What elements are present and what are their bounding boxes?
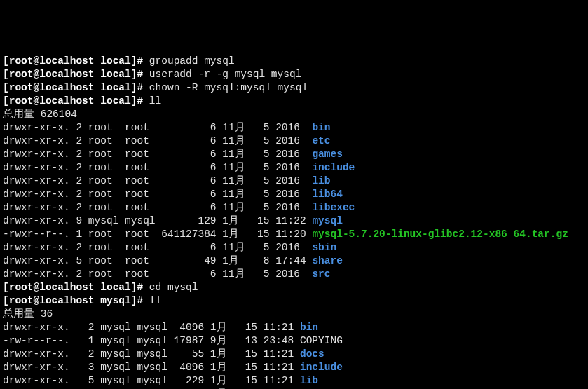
file-name: share bbox=[312, 255, 343, 266]
list-item: drwxr-xr-x. 2 root root 6 11月 5 2016 bin bbox=[3, 122, 330, 133]
file-name: bin bbox=[300, 322, 318, 333]
list-item: drwxr-xr-x. 2 root root 6 11月 5 2016 lib… bbox=[3, 189, 343, 200]
total-line: 总用量 626104 bbox=[3, 109, 77, 120]
list-item: drwxr-xr-x. 2 root root 6 11月 5 2016 inc… bbox=[3, 162, 355, 173]
list-item: drwxr-xr-x. 2 root root 6 11月 5 2016 lib… bbox=[3, 202, 355, 213]
list-item: drwxr-xr-x. 9 mysql mysql 129 1月 15 11:2… bbox=[3, 215, 343, 226]
prompt: [root@localhost local]# bbox=[3, 82, 149, 93]
command-text: groupadd mysql bbox=[149, 55, 235, 67]
file-name: docs bbox=[300, 348, 324, 360]
command-text: useradd -r -g mysql mysql bbox=[149, 69, 302, 80]
file-name: src bbox=[312, 268, 330, 280]
list-item: drwxr-xr-x. 2 mysql mysql 55 1月 15 11:21… bbox=[3, 348, 324, 360]
file-name: mysql-5.7.20-linux-glibc2.12-x86_64.tar.… bbox=[312, 228, 568, 240]
list-item: drwxr-xr-x. 2 root root 6 11月 5 2016 sbi… bbox=[3, 242, 336, 253]
prompt: [root@localhost local]# bbox=[3, 95, 149, 107]
prompt-line: [root@localhost local]# groupadd mysql bbox=[3, 55, 235, 67]
file-name: etc bbox=[312, 135, 330, 146]
prompt-line: [root@localhost mysql]# ll bbox=[3, 295, 161, 306]
list-item: drwxr-xr-x. 5 root root 49 1月 8 17:44 sh… bbox=[3, 255, 343, 266]
prompt-line: [root@localhost local]# cd mysql bbox=[3, 282, 198, 293]
prompt: [root@localhost local]# bbox=[3, 69, 149, 80]
file-name: COPYING bbox=[300, 335, 343, 346]
command-text: chown -R mysql:mysql mysql bbox=[149, 82, 308, 93]
list-item: drwxr-xr-x. 2 root root 6 11月 5 2016 etc bbox=[3, 135, 330, 146]
file-name: lib bbox=[312, 175, 330, 186]
list-item: -rwxr--r--. 1 root root 641127384 1月 15 … bbox=[3, 228, 568, 240]
file-name: libexec bbox=[312, 202, 355, 213]
total-line: 总用量 36 bbox=[3, 308, 53, 320]
file-listing: drwxr-xr-x. 2 root root 6 11月 5 2016 bin… bbox=[3, 121, 585, 281]
prompt-line: [root@localhost local]# ll bbox=[3, 95, 161, 107]
list-item: drwxr-xr-x. 3 mysql mysql 4096 1月 15 11:… bbox=[3, 362, 343, 373]
prompt-line: [root@localhost local]# chown -R mysql:m… bbox=[3, 82, 308, 93]
file-name: sbin bbox=[312, 242, 336, 253]
prompt: [root@localhost local]# bbox=[3, 282, 149, 293]
prompt: [root@localhost mysql]# bbox=[3, 295, 149, 306]
command-text: cd mysql bbox=[149, 282, 198, 293]
file-name: games bbox=[312, 149, 343, 160]
terminal-output[interactable]: [root@localhost local]# groupadd mysql [… bbox=[3, 55, 585, 389]
file-name: include bbox=[300, 362, 343, 373]
command-text: ll bbox=[149, 295, 161, 306]
list-item: drwxr-xr-x. 2 mysql mysql 4096 1月 15 11:… bbox=[3, 322, 318, 333]
list-item: drwxr-xr-x. 2 root root 6 11月 5 2016 src bbox=[3, 268, 330, 280]
list-item: drwxr-xr-x. 2 root root 6 11月 5 2016 lib bbox=[3, 175, 330, 186]
prompt: [root@localhost local]# bbox=[3, 55, 149, 67]
file-name: bin bbox=[312, 122, 330, 133]
file-listing: drwxr-xr-x. 2 mysql mysql 4096 1月 15 11:… bbox=[3, 321, 585, 389]
list-item: drwxr-xr-x. 2 root root 6 11月 5 2016 gam… bbox=[3, 149, 343, 160]
file-name: lib bbox=[300, 375, 318, 386]
list-item: drwxr-xr-x. 5 mysql mysql 229 1月 15 11:2… bbox=[3, 375, 318, 386]
prompt-line: [root@localhost local]# useradd -r -g my… bbox=[3, 69, 301, 80]
file-name: include bbox=[312, 162, 355, 173]
command-text: ll bbox=[149, 95, 161, 107]
list-item: -rw-r--r--. 1 mysql mysql 17987 9月 13 23… bbox=[3, 335, 343, 346]
file-name: mysql bbox=[312, 215, 343, 226]
file-name: lib64 bbox=[312, 189, 343, 200]
